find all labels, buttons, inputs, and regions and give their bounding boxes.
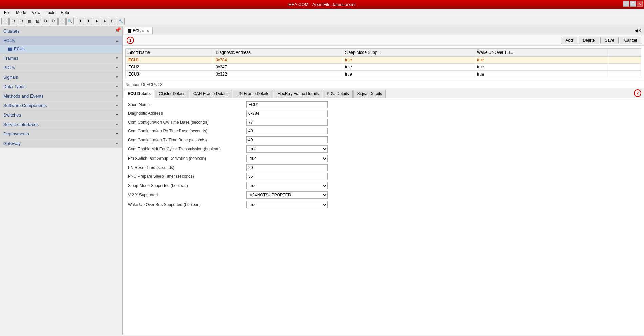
form-label-comEnable: Com Enable Mdt For Cyclic Transmission (…: [128, 147, 246, 151]
form-input-diagAddr[interactable]: [246, 110, 328, 117]
sidebar-header-signals[interactable]: Signals ▼: [0, 72, 122, 82]
detail-tab-lin-frame-details[interactable]: LIN Frame Details: [233, 90, 273, 98]
sidebar-section-datatypes: Data Types ▼: [0, 82, 122, 91]
col-sleepmode: Sleep Mode Supp...: [342, 49, 474, 57]
sidebar-header-clusters[interactable]: Clusters ▼: [0, 26, 122, 36]
tab-ecus[interactable]: ▦ ECUs ✕: [124, 27, 153, 34]
form-label-pncPrepare: PNC Prepare Sleep Timer (seconds): [128, 174, 246, 179]
toolbar-export[interactable]: ☐: [109, 18, 116, 25]
chevron-down-icon-dep: ▼: [115, 132, 119, 136]
sidebar-section-deployments: Deployments ▼: [0, 129, 122, 139]
menu-file[interactable]: File: [1, 9, 13, 16]
cell-extra: [607, 71, 641, 78]
form-row-diagAddr: Diagnostic Address: [128, 110, 639, 117]
detail-tab-cluster-details[interactable]: Cluster Details: [155, 90, 189, 98]
form-input-pncPrepare[interactable]: [246, 173, 328, 180]
tab-arrow-right[interactable]: ✕: [638, 28, 641, 33]
menu-view[interactable]: View: [29, 9, 43, 16]
menu-tools[interactable]: Tools: [43, 9, 58, 16]
close-button[interactable]: ✕: [637, 1, 643, 7]
sidebar-header-ecus[interactable]: ECUs ▲: [0, 36, 122, 45]
minimize-button[interactable]: —: [623, 1, 629, 7]
table-row[interactable]: ECU30x322truetrue: [126, 71, 641, 78]
cell-sleepmode: true: [342, 64, 474, 71]
detail-tabs: ECU DetailsCluster DetailsCAN Frame Deta…: [123, 88, 644, 98]
sidebar-header-swcomponents[interactable]: Software Components ▼: [0, 101, 122, 110]
content-tab-bar: ▦ ECUs ✕ ◀ ✕: [123, 26, 644, 35]
sidebar-label-clusters: Clusters: [3, 28, 20, 34]
form-select-sleepMode[interactable]: truefalse: [246, 182, 328, 189]
chevron-down-icon-pdus: ▼: [115, 66, 119, 69]
sidebar-section-clusters: Clusters ▼: [0, 26, 122, 36]
sidebar-header-switches[interactable]: Switches ▼: [0, 110, 122, 120]
sidebar-header-deployments[interactable]: Deployments ▼: [0, 129, 122, 139]
cell-sleepmode: true: [342, 71, 474, 78]
delete-button[interactable]: Delete: [579, 37, 599, 44]
detail-form: Short NameDiagnostic AddressCom Configur…: [123, 98, 644, 335]
toolbar-box[interactable]: ☐: [58, 18, 66, 25]
form-select-wakeUp[interactable]: truefalse: [246, 201, 328, 208]
circle-badge-2: 2: [634, 89, 641, 97]
tab-close-icon[interactable]: ✕: [146, 29, 149, 33]
toolbar-down1[interactable]: ⬇: [93, 18, 100, 25]
chevron-down-icon-methods: ▼: [115, 94, 119, 98]
cell-shortname: ECU3: [126, 71, 213, 78]
form-input-comGw[interactable]: [246, 119, 328, 126]
sidebar-header-methods[interactable]: Methods and Events ▼: [0, 91, 122, 101]
menu-mode[interactable]: Mode: [13, 9, 29, 16]
toolbar-settings[interactable]: ⚙: [42, 18, 49, 25]
tab-arrow-left[interactable]: ◀: [635, 28, 638, 33]
maximize-button[interactable]: ❐: [630, 1, 636, 7]
cell-diagaddr: 0x784: [213, 57, 342, 64]
chevron-down-icon-datatypes: ▼: [115, 85, 119, 88]
form-input-pnReset[interactable]: [246, 164, 328, 171]
form-row-wakeUp: Wake Up Over Bus Supported (boolean)true…: [128, 201, 639, 208]
form-select-comEnable[interactable]: truefalse: [246, 145, 328, 153]
sidebar-label-methods: Methods and Events: [3, 93, 44, 99]
detail-tab-can-frame-details[interactable]: CAN Frame Details: [190, 90, 232, 98]
form-input-comTx[interactable]: [246, 136, 328, 143]
sidebar-section-pdus: PDUs ▼: [0, 63, 122, 72]
sidebar-header-frames[interactable]: Frames ▼: [0, 54, 122, 63]
toolbar-up2[interactable]: ⬆: [85, 18, 92, 25]
detail-tab-pdu-details[interactable]: PDU Details: [323, 90, 352, 98]
sidebar-section-serviceinterfaces: Service Interfaces ▼: [0, 120, 122, 129]
sidebar-header-serviceinterfaces[interactable]: Service Interfaces ▼: [0, 120, 122, 129]
menu-bar: File Mode View Tools Help: [0, 9, 644, 16]
form-row-pncPrepare: PNC Prepare Sleep Timer (seconds): [128, 173, 639, 180]
sidebar-header-gateway[interactable]: Gateway ▼: [0, 139, 122, 148]
toolbar-tool[interactable]: 🔧: [117, 18, 125, 25]
form-input-comRx[interactable]: [246, 128, 328, 134]
sidebar-header-pdus[interactable]: PDUs ▼: [0, 63, 122, 72]
detail-tab-signal-details[interactable]: Signal Details: [353, 90, 386, 98]
form-select-ethSwitch[interactable]: truefalse: [246, 155, 328, 162]
form-label-ethSwitch: Eth Switch Port Group Derivation (boolea…: [128, 156, 246, 161]
toolbar-search[interactable]: 🔍: [66, 18, 74, 25]
sidebar-label-serviceinterfaces: Service Interfaces: [3, 122, 39, 127]
toolbar-open[interactable]: ☐: [9, 18, 17, 25]
toolbar-save[interactable]: ☐: [18, 18, 25, 25]
table-row[interactable]: ECU10x784truetrue: [126, 57, 641, 64]
menu-help[interactable]: Help: [58, 9, 72, 16]
save-button[interactable]: Save: [600, 37, 618, 44]
form-input-shortName[interactable]: [246, 101, 328, 108]
sidebar-item-ecus-sub[interactable]: ▦ ECUs: [0, 45, 122, 53]
sidebar-header-datatypes[interactable]: Data Types ▼: [0, 82, 122, 91]
form-row-sleepMode: Sleep Mode Supported (boolean)truefalse: [128, 182, 639, 189]
add-button[interactable]: Add: [561, 37, 577, 44]
window-controls: — ❐ ✕: [623, 1, 643, 7]
toolbar-settings2[interactable]: ⚙: [50, 18, 58, 25]
table-row[interactable]: ECU20x347truetrue: [126, 64, 641, 71]
toolbar-5[interactable]: ▧: [34, 18, 41, 25]
toolbar-down2[interactable]: ⬇: [101, 18, 108, 25]
form-select-v2x[interactable]: V2XNOTSUPPORTEDV2XSUPPORTED: [246, 191, 328, 199]
detail-tab-flexray-frame-details[interactable]: FlexRay Frame Details: [274, 90, 322, 98]
cancel-button[interactable]: Cancel: [620, 37, 641, 44]
toolbar-new[interactable]: ☐: [1, 18, 9, 25]
form-label-wakeUp: Wake Up Over Bus Supported (boolean): [128, 202, 246, 207]
sidebar-label-deployments: Deployments: [3, 131, 29, 136]
toolbar-up1[interactable]: ⬆: [77, 18, 84, 25]
sidebar-pin[interactable]: 📌: [115, 27, 121, 33]
detail-tab-ecu-details[interactable]: ECU Details: [124, 90, 154, 98]
toolbar-4[interactable]: ▦: [26, 18, 33, 25]
